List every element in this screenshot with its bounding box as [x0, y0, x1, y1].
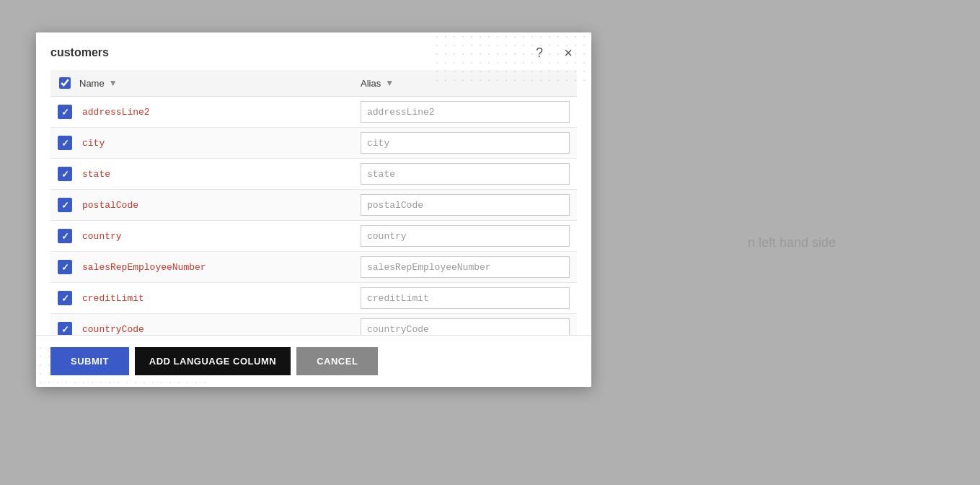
- row-name-salesRepEmployeeNumber: salesRepEmployeeNumber: [79, 262, 361, 273]
- row-name-country: country: [79, 231, 361, 242]
- alias-input-city[interactable]: [361, 132, 570, 154]
- help-button[interactable]: ?: [531, 44, 548, 61]
- name-filter-icon[interactable]: ▼: [109, 78, 118, 88]
- header-check-col: [50, 77, 79, 89]
- table-row: creditLimit: [50, 283, 577, 314]
- row-name-state: state: [79, 169, 361, 180]
- table-row: salesRepEmployeeNumber: [50, 252, 577, 283]
- field-name-city: city: [79, 138, 361, 149]
- header-checkbox[interactable]: [59, 77, 71, 89]
- row-name-countryCode: countryCode: [79, 324, 361, 335]
- modal-footer: SUBMIT ADD LANGUAGE COLUMN CANCEL: [36, 335, 591, 387]
- modal-header-actions: ? ×: [531, 44, 577, 61]
- row-alias-col-country: [361, 225, 577, 247]
- add-language-button[interactable]: ADD LANGUAGE COLUMN: [135, 347, 291, 375]
- row-name-postalCode: postalCode: [79, 200, 361, 211]
- row-alias-col-state: [361, 163, 577, 185]
- row-check-col: [50, 167, 79, 181]
- row-name-addressLine2: addressLine2: [79, 107, 361, 118]
- field-name-postalCode: postalCode: [79, 200, 361, 211]
- row-alias-col-addressLine2: [361, 101, 577, 123]
- modal-dialog: customers ? × Name ▼ Alias ▼: [36, 32, 591, 387]
- table-row: city: [50, 128, 577, 159]
- row-check-col: [50, 260, 79, 274]
- submit-button[interactable]: SUBMIT: [50, 347, 129, 375]
- row-alias-col-city: [361, 132, 577, 154]
- row-alias-col-postalCode: [361, 194, 577, 216]
- table-row: country: [50, 221, 577, 252]
- row-alias-col-salesRepEmployeeNumber: [361, 256, 577, 278]
- row-checkbox-countryCode[interactable]: [58, 322, 72, 335]
- modal-body: Name ▼ Alias ▼ addressLine2: [36, 70, 591, 335]
- table-row: addressLine2: [50, 97, 577, 128]
- field-name-salesRepEmployeeNumber: salesRepEmployeeNumber: [79, 262, 361, 273]
- row-checkbox-salesRepEmployeeNumber[interactable]: [58, 260, 72, 274]
- close-button[interactable]: ×: [560, 44, 577, 61]
- rows-container: addressLine2 city state: [50, 97, 577, 335]
- alias-filter-icon[interactable]: ▼: [385, 78, 394, 88]
- row-check-col: [50, 136, 79, 150]
- row-checkbox-state[interactable]: [58, 167, 72, 181]
- row-checkbox-country[interactable]: [58, 229, 72, 243]
- row-checkbox-postalCode[interactable]: [58, 198, 72, 212]
- field-name-country: country: [79, 231, 361, 242]
- row-check-col: [50, 291, 79, 305]
- row-checkbox-addressLine2[interactable]: [58, 105, 72, 119]
- field-name-state: state: [79, 169, 361, 180]
- alias-input-country[interactable]: [361, 225, 570, 247]
- row-alias-col-countryCode: [361, 318, 577, 335]
- table-row: state: [50, 159, 577, 190]
- row-checkbox-city[interactable]: [58, 136, 72, 150]
- row-check-col: [50, 229, 79, 243]
- alias-input-creditLimit[interactable]: [361, 287, 570, 309]
- field-name-addressLine2: addressLine2: [79, 107, 361, 118]
- row-check-col: [50, 322, 79, 335]
- modal-header: customers ? ×: [36, 32, 591, 70]
- alias-input-countryCode[interactable]: [361, 318, 570, 335]
- cancel-button[interactable]: CANCEL: [296, 347, 378, 375]
- alias-input-salesRepEmployeeNumber[interactable]: [361, 256, 570, 278]
- row-check-col: [50, 198, 79, 212]
- alias-input-addressLine2[interactable]: [361, 101, 570, 123]
- row-checkbox-creditLimit[interactable]: [58, 291, 72, 305]
- table-row: postalCode: [50, 190, 577, 221]
- alias-input-state[interactable]: [361, 163, 570, 185]
- alias-input-postalCode[interactable]: [361, 194, 570, 216]
- row-alias-col-creditLimit: [361, 287, 577, 309]
- modal-overlay: customers ? × Name ▼ Alias ▼: [0, 0, 980, 485]
- row-check-col: [50, 105, 79, 119]
- row-name-city: city: [79, 138, 361, 149]
- field-name-creditLimit: creditLimit: [79, 293, 361, 304]
- name-column-header: Name ▼: [79, 78, 361, 89]
- table-row: countryCode: [50, 314, 577, 335]
- row-name-creditLimit: creditLimit: [79, 293, 361, 304]
- field-name-countryCode: countryCode: [79, 324, 361, 335]
